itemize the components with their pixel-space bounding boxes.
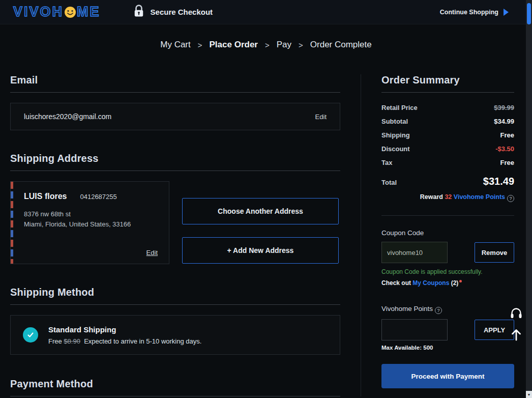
checkout-prefix: Check out [381,279,411,287]
checkout-form-column: Email luischores2020@gmail.com Edit Ship… [10,74,340,396]
breadcrumb-my-cart[interactable]: My Cart [160,40,191,50]
vivohome-points-label: Vivohome Points? [381,305,514,314]
shipping-method-title: Shipping Method [10,287,340,298]
email-value: luischores2020@gmail.com [24,112,111,121]
reward-prefix: Reward [420,193,443,201]
points-label-text: Vivohome Points [381,305,433,312]
order-summary-column: Order Summary Retail Price $39.99 Subtot… [361,74,514,396]
my-coupons-link[interactable]: My Coupons [412,279,449,287]
choose-another-address-button[interactable]: Choose Another Address [182,198,339,224]
support-headset-icon[interactable] [509,305,524,321]
address-name: LUIS flores [24,192,67,201]
shipping-price: Free [48,337,62,345]
divider [381,215,514,216]
email-section-title: Email [10,74,340,86]
divider [10,304,340,305]
points-info-icon[interactable]: ? [435,307,442,314]
breadcrumb-separator: > [265,41,270,49]
order-summary-title: Order Summary [381,74,514,86]
scrollbar-thumb[interactable] [527,3,531,24]
coupon-code-input[interactable] [381,242,448,263]
divider [10,170,340,171]
header: VIVOH ME Secure Checkout Continue Shoppi… [0,0,532,24]
my-coupons-line: Check out My Coupons (2) [381,279,514,287]
scrollbar[interactable]: ▼ [526,0,532,398]
summary-row-retail: Retail Price $39.99 [381,104,514,118]
shipping-method-info: Standard Shipping Free $8.90 Expected to… [48,325,201,345]
shipping-address-title: Shipping Address [10,153,340,164]
breadcrumb-pay: Pay [277,40,291,50]
address-name-row: LUIS flores 0412687255 [24,192,158,201]
points-input[interactable] [381,319,448,340]
coupon-input-row: Remove [381,242,514,263]
coupon-code-label: Coupon Code [381,229,514,237]
total-label: Total [381,179,397,186]
points-input-row: APPLY [381,319,514,340]
address-line1: 8376 nw 68th st [24,209,158,219]
subtotal-value: $34.99 [494,118,514,125]
scroll-to-top-icon[interactable] [509,327,524,342]
proceed-with-payment-button[interactable]: Proceed with Payment [381,364,514,388]
notification-dot [459,280,462,282]
coupons-count: (2) [451,279,459,287]
address-line2: Miami, Florida, United States, 33166 [24,219,158,230]
smiley-icon [64,6,77,18]
payment-method-title: Payment Method [10,378,340,390]
reward-info-icon[interactable]: ? [507,195,514,202]
shipping-address-row: LUIS flores 0412687255 8376 nw 68th st M… [10,181,340,264]
vivohome-logo[interactable]: VIVOH ME [13,4,101,20]
scrollbar-down-arrow[interactable]: ▼ [526,391,532,398]
email-box: luischores2020@gmail.com Edit [10,103,340,130]
summary-rows: Retail Price $39.99 Subtotal $34.99 Ship… [381,104,514,173]
continue-shopping-label: Continue Shopping [440,9,498,16]
continue-shopping-arrow-icon [504,9,509,16]
reward-points-value: 32 [445,193,452,201]
secure-checkout-label: Secure Checkout [151,8,213,16]
total-value: $31.49 [483,176,514,187]
retail-price-label: Retail Price [381,104,418,111]
breadcrumb-separator: > [299,41,303,49]
retail-price-value: $39.99 [494,104,514,111]
max-available: Max Available: 500 [381,345,514,351]
summary-row-discount: Discount -$3.50 [381,145,514,159]
divider [10,92,340,93]
discount-label: Discount [381,145,410,153]
shipping-cost-label: Shipping [381,131,410,139]
reward-points-link[interactable]: Vivohome Points [454,193,505,201]
address-buttons: Choose Another Address + Add New Address [182,181,339,264]
continue-shopping[interactable]: Continue Shopping [440,9,509,16]
secure-checkout: Secure Checkout [133,4,213,20]
shipping-method-details: Free $8.90 Expected to arrive in 5-10 wo… [48,337,201,345]
shipping-original-price: $8.90 [64,337,80,345]
main-content: Email luischores2020@gmail.com Edit Ship… [0,62,532,396]
tax-value: Free [500,159,514,166]
shipping-method-name: Standard Shipping [48,325,201,334]
add-new-address-button[interactable]: + Add New Address [182,237,339,264]
summary-total-row: Total $31.49 [381,176,514,187]
breadcrumb-separator: > [198,41,202,49]
shipping-cost-value: Free [500,131,514,139]
address-phone: 0412687255 [80,193,116,201]
breadcrumb: My Cart > Place Order > Pay > Order Comp… [0,24,532,62]
logo-text-left: VIVOH [13,4,64,20]
summary-row-subtotal: Subtotal $34.99 [381,118,514,131]
discount-value: -$3.50 [495,145,514,153]
divider [10,396,340,396]
shipping-method-option[interactable]: Standard Shipping Free $8.90 Expected to… [10,315,340,355]
shipping-eta: Expected to arrive in 5-10 working days. [84,337,201,345]
address-card: LUIS flores 0412687255 8376 nw 68th st M… [10,181,169,264]
divider [381,92,514,93]
summary-row-shipping: Shipping Free [381,131,514,145]
address-edit-link[interactable]: Edit [146,249,158,257]
breadcrumb-order-complete: Order Complete [310,40,372,50]
subtotal-label: Subtotal [381,118,408,125]
logo-text-right: ME [77,4,101,20]
email-edit-link[interactable]: Edit [315,113,327,121]
breadcrumb-place-order: Place Order [210,40,258,50]
summary-row-tax: Tax Free [381,159,514,173]
coupon-success-message: Coupon Code is applied successfully. [381,268,514,275]
remove-coupon-button[interactable]: Remove [475,242,514,263]
reward-line: Reward 32 Vivohome Points? [381,193,514,202]
tax-label: Tax [381,159,392,166]
lock-icon [133,4,144,20]
